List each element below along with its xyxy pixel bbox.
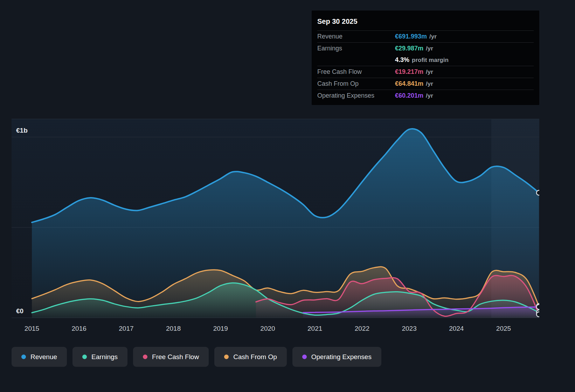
x-axis-label: 2016 xyxy=(72,325,86,332)
tooltip-value: €29.987m xyxy=(395,45,423,52)
tooltip-label: Earnings xyxy=(317,45,395,52)
tooltip-value: 4.3% xyxy=(395,56,409,64)
tooltip-row-free-cash-flow: Free Cash Flow €19.217m /yr xyxy=(317,66,534,78)
tooltip-date: Sep 30 2025 xyxy=(312,13,539,30)
x-axis-label: 2015 xyxy=(25,325,39,332)
tooltip-value: €64.841m xyxy=(395,80,423,88)
legend-label: Cash From Op xyxy=(233,353,277,361)
operating-expenses-dot-icon xyxy=(302,355,307,359)
tooltip-label: Cash From Op xyxy=(317,80,395,88)
revenue-dot-icon xyxy=(21,355,26,359)
tooltip-suffix: /yr xyxy=(426,45,433,52)
operating-expenses-end-marker xyxy=(536,304,541,309)
legend-item-free-cash-flow[interactable]: Free Cash Flow xyxy=(133,347,209,367)
tooltip-row-operating-expenses: Operating Expenses €60.201m /yr xyxy=(317,90,534,102)
tooltip-label: Revenue xyxy=(317,33,395,40)
x-axis-label: 2017 xyxy=(119,325,133,332)
tooltip-suffix: /yr xyxy=(426,69,433,76)
chart-tooltip: Sep 30 2025 Revenue €691.993m /yr Earnin… xyxy=(312,10,539,105)
y-axis-label: €1b xyxy=(16,127,28,134)
cash-from-op-dot-icon xyxy=(224,355,229,359)
tooltip-value: €60.201m xyxy=(395,92,423,99)
tooltip-suffix: /yr xyxy=(426,80,433,88)
x-axis-label: 2020 xyxy=(260,325,275,332)
legend-label: Revenue xyxy=(30,353,57,361)
tooltip-value: €691.993m xyxy=(395,33,427,40)
x-axis-label: 2021 xyxy=(307,325,322,332)
tooltip-row-profit-margin: 4.3% profit margin xyxy=(317,54,534,66)
y-axis-label: €0 xyxy=(16,307,23,315)
legend-item-cash-from-op[interactable]: Cash From Op xyxy=(214,347,287,367)
tooltip-value: €19.217m xyxy=(395,68,423,76)
x-axis-label: 2018 xyxy=(166,325,181,332)
x-axis-label: 2022 xyxy=(355,325,369,332)
x-axis-label: 2025 xyxy=(496,325,511,332)
x-axis-label: 2019 xyxy=(213,325,228,332)
legend-item-earnings[interactable]: Earnings xyxy=(72,347,127,367)
tooltip-label: Operating Expenses xyxy=(317,92,395,99)
tooltip-suffix: /yr xyxy=(426,92,433,99)
legend-label: Free Cash Flow xyxy=(152,353,199,361)
legend-item-operating-expenses[interactable]: Operating Expenses xyxy=(292,347,381,367)
chart-screen: €1b€020152016201720182019202020212022202… xyxy=(0,0,575,392)
legend-label: Earnings xyxy=(91,353,118,361)
x-axis-label: 2024 xyxy=(449,325,464,332)
tooltip-row-earnings: Earnings €29.987m /yr xyxy=(317,42,534,54)
tooltip-label: Free Cash Flow xyxy=(317,68,395,76)
chart-legend: Revenue Earnings Free Cash Flow Cash Fro… xyxy=(12,347,381,367)
free-cash-flow-end-marker xyxy=(536,312,541,317)
tooltip-suffix: profit margin xyxy=(412,57,449,64)
earnings-dot-icon xyxy=(82,355,87,359)
legend-item-revenue[interactable]: Revenue xyxy=(12,347,67,367)
legend-label: Operating Expenses xyxy=(311,353,372,361)
tooltip-suffix: /yr xyxy=(429,33,437,40)
tooltip-row-cash-from-op: Cash From Op €64.841m /yr xyxy=(317,78,534,90)
x-axis-label: 2023 xyxy=(402,325,416,332)
revenue-end-marker xyxy=(536,190,541,195)
tooltip-row-revenue: Revenue €691.993m /yr xyxy=(317,30,534,42)
free-cash-flow-dot-icon xyxy=(143,355,147,359)
